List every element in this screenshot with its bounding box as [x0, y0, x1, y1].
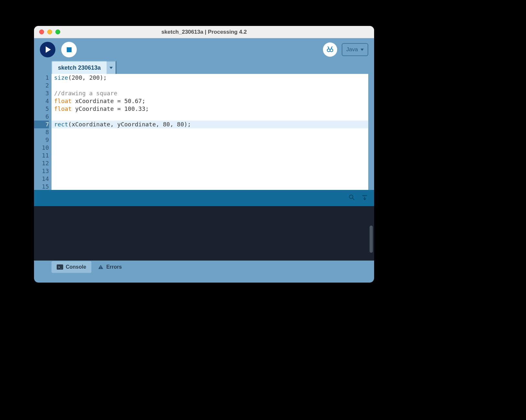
code-line[interactable]: //drawing a square	[51, 89, 368, 97]
code-line[interactable]: float xCoordinate = 50.67;	[51, 97, 368, 105]
svg-point-0	[327, 49, 330, 52]
code-line[interactable]	[51, 113, 368, 121]
line-number: 6	[34, 113, 49, 121]
debug-button[interactable]	[323, 42, 337, 57]
line-number: 12	[34, 159, 49, 167]
code-editor[interactable]: size(200, 200);//drawing a squarefloat x…	[51, 74, 368, 190]
bottom-tab-bar: >_ Console Errors	[34, 261, 374, 274]
code-line[interactable]	[51, 175, 368, 183]
code-line[interactable]	[51, 159, 368, 167]
errors-tab[interactable]: Errors	[93, 261, 127, 273]
stop-button[interactable]	[61, 42, 77, 57]
line-number: 1	[34, 74, 49, 82]
svg-point-3	[100, 268, 101, 269]
console-scrollbar[interactable]	[370, 226, 373, 253]
svg-point-1	[330, 49, 333, 52]
debug-icon	[326, 45, 334, 54]
code-line[interactable]	[51, 144, 368, 152]
console-icon: >_	[57, 264, 63, 270]
sketch-tab[interactable]: sketch 230613a	[51, 61, 107, 74]
line-number: 11	[34, 152, 49, 159]
window-title: sketch_230613a | Processing 4.2	[34, 29, 374, 35]
line-number: 2	[34, 82, 49, 89]
run-button[interactable]	[40, 42, 55, 57]
editor-area: 123456789101112131415 size(200, 200);//d…	[34, 74, 368, 190]
code-line[interactable]	[51, 82, 368, 89]
line-number: 5	[34, 105, 49, 113]
search-icon[interactable]	[348, 194, 355, 202]
code-line[interactable]	[51, 152, 368, 159]
status-bar	[34, 190, 374, 206]
chevron-down-icon	[360, 49, 364, 51]
code-line[interactable]	[51, 167, 368, 175]
chevron-down-icon	[109, 67, 113, 69]
tab-row: sketch 230613a	[34, 61, 374, 74]
line-number: 10	[34, 144, 49, 152]
console-output[interactable]	[34, 206, 374, 261]
line-number: 8	[34, 128, 49, 136]
stop-icon	[67, 47, 72, 52]
code-line[interactable]	[51, 128, 368, 136]
errors-tab-label: Errors	[106, 264, 122, 270]
line-number: 7	[34, 121, 49, 128]
collapse-icon[interactable]	[361, 194, 368, 202]
mode-select[interactable]: Java	[342, 43, 368, 56]
line-number: 15	[34, 183, 49, 191]
line-number: 3	[34, 89, 49, 97]
line-number: 9	[34, 136, 49, 144]
code-line[interactable]: rect(xCoordinate, yCoordinate, 80, 80);	[51, 121, 368, 128]
app-window: sketch_230613a | Processing 4.2 Java	[34, 26, 374, 283]
tab-label: sketch 230613a	[58, 64, 101, 71]
toolbar: Java	[34, 38, 374, 61]
mode-label: Java	[346, 46, 358, 53]
line-gutter: 123456789101112131415	[34, 74, 51, 190]
tab-dropdown-button[interactable]	[107, 61, 116, 74]
titlebar: sketch_230613a | Processing 4.2	[34, 26, 374, 38]
minimize-window-button[interactable]	[47, 29, 52, 34]
svg-point-2	[349, 195, 353, 199]
code-line[interactable]: float yCoordinate = 100.33;	[51, 105, 368, 113]
line-number: 13	[34, 167, 49, 175]
play-icon	[46, 46, 51, 53]
code-line[interactable]	[51, 183, 368, 190]
console-tab[interactable]: >_ Console	[51, 261, 91, 273]
line-number: 4	[34, 97, 49, 105]
traffic-lights	[39, 29, 60, 34]
close-window-button[interactable]	[39, 29, 44, 34]
maximize-window-button[interactable]	[55, 29, 60, 34]
code-line[interactable]	[51, 136, 368, 144]
console-tab-label: Console	[66, 264, 86, 270]
code-line[interactable]: size(200, 200);	[51, 74, 368, 82]
line-number: 14	[34, 175, 49, 183]
warning-icon	[98, 264, 104, 270]
